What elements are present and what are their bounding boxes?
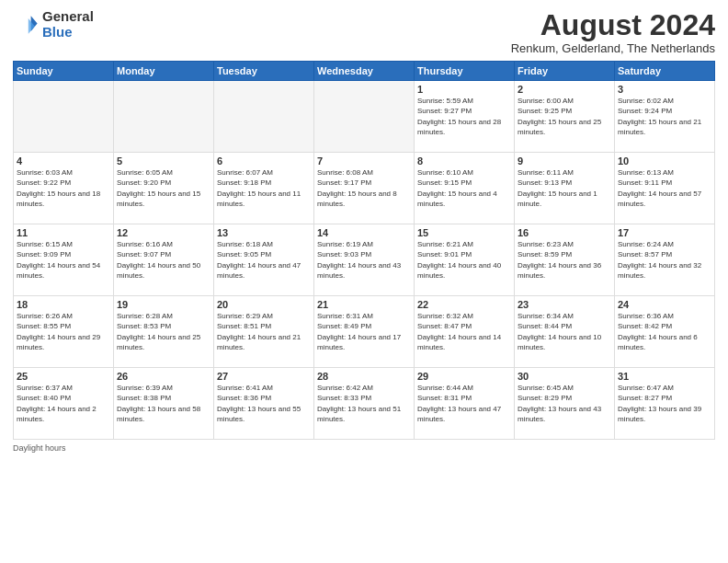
calendar-cell: 13Sunrise: 6:18 AMSunset: 9:05 PMDayligh… — [214, 224, 314, 296]
day-number: 8 — [417, 155, 511, 167]
calendar-cell: 7Sunrise: 6:08 AMSunset: 9:17 PMDaylight… — [314, 153, 415, 224]
day-number: 19 — [117, 299, 210, 310]
day-info: Sunrise: 6:37 AMSunset: 8:40 PMDaylight:… — [17, 384, 97, 423]
col-sunday: Sunday — [14, 62, 114, 81]
logo-blue-text: Blue — [42, 25, 94, 40]
day-number: 4 — [17, 155, 110, 167]
day-number: 16 — [518, 227, 611, 238]
day-number: 13 — [217, 227, 311, 238]
day-number: 2 — [518, 84, 611, 95]
day-info: Sunrise: 5:59 AMSunset: 9:27 PMDaylight:… — [417, 97, 501, 136]
logo-icon — [13, 12, 39, 38]
day-number: 10 — [618, 155, 711, 167]
calendar-cell: 27Sunrise: 6:41 AMSunset: 8:36 PMDayligh… — [214, 368, 314, 440]
logo-text: General Blue — [42, 9, 94, 40]
day-number: 23 — [518, 299, 611, 310]
col-wednesday: Wednesday — [314, 62, 415, 81]
calendar-cell: 12Sunrise: 6:16 AMSunset: 9:07 PMDayligh… — [114, 224, 214, 296]
calendar-cell: 31Sunrise: 6:47 AMSunset: 8:27 PMDayligh… — [615, 368, 715, 440]
day-number: 5 — [117, 155, 210, 167]
calendar-cell: 9Sunrise: 6:11 AMSunset: 9:13 PMDaylight… — [515, 153, 615, 224]
day-number: 9 — [518, 155, 611, 167]
calendar-cell: 23Sunrise: 6:34 AMSunset: 8:44 PMDayligh… — [515, 296, 615, 368]
col-saturday: Saturday — [615, 62, 715, 81]
logo-general-text: General — [42, 9, 94, 25]
day-number: 3 — [618, 84, 711, 95]
day-info: Sunrise: 6:34 AMSunset: 8:44 PMDaylight:… — [518, 312, 601, 351]
calendar-cell: 15Sunrise: 6:21 AMSunset: 9:01 PMDayligh… — [415, 224, 515, 296]
calendar-cell: 22Sunrise: 6:32 AMSunset: 8:47 PMDayligh… — [415, 296, 515, 368]
col-thursday: Thursday — [415, 62, 515, 81]
calendar-cell: 25Sunrise: 6:37 AMSunset: 8:40 PMDayligh… — [14, 368, 114, 440]
day-info: Sunrise: 6:00 AMSunset: 9:25 PMDaylight:… — [518, 97, 601, 136]
day-number: 12 — [117, 227, 210, 238]
calendar-cell: 24Sunrise: 6:36 AMSunset: 8:42 PMDayligh… — [615, 296, 715, 368]
calendar-cell: 1Sunrise: 5:59 AMSunset: 9:27 PMDaylight… — [415, 81, 515, 153]
calendar-week-5: 25Sunrise: 6:37 AMSunset: 8:40 PMDayligh… — [14, 368, 715, 440]
day-info: Sunrise: 6:44 AMSunset: 8:31 PMDaylight:… — [417, 384, 501, 423]
day-info: Sunrise: 6:10 AMSunset: 9:15 PMDaylight:… — [417, 168, 497, 208]
calendar-cell — [114, 81, 214, 153]
day-info: Sunrise: 6:39 AMSunset: 8:38 PMDaylight:… — [117, 384, 200, 423]
subtitle: Renkum, Gelderland, The Netherlands — [511, 41, 715, 55]
day-info: Sunrise: 6:08 AMSunset: 9:17 PMDaylight:… — [317, 168, 397, 208]
calendar-cell: 4Sunrise: 6:03 AMSunset: 9:22 PMDaylight… — [14, 153, 114, 224]
day-info: Sunrise: 6:28 AMSunset: 8:53 PMDaylight:… — [117, 312, 200, 351]
month-title: August 2024 — [511, 9, 715, 41]
day-number: 7 — [317, 155, 411, 167]
calendar-week-1: 1Sunrise: 5:59 AMSunset: 9:27 PMDaylight… — [14, 81, 715, 153]
day-number: 11 — [17, 227, 110, 238]
calendar-cell — [14, 81, 114, 153]
calendar-cell: 29Sunrise: 6:44 AMSunset: 8:31 PMDayligh… — [415, 368, 515, 440]
day-info: Sunrise: 6:03 AMSunset: 9:22 PMDaylight:… — [17, 168, 100, 208]
day-info: Sunrise: 6:18 AMSunset: 9:05 PMDaylight:… — [217, 240, 301, 280]
header: General Blue August 2024 Renkum, Gelderl… — [13, 9, 715, 55]
day-number: 15 — [417, 227, 511, 238]
calendar-cell: 20Sunrise: 6:29 AMSunset: 8:51 PMDayligh… — [214, 296, 314, 368]
calendar-week-4: 18Sunrise: 6:26 AMSunset: 8:55 PMDayligh… — [14, 296, 715, 368]
calendar-cell: 16Sunrise: 6:23 AMSunset: 8:59 PMDayligh… — [515, 224, 615, 296]
calendar-cell: 18Sunrise: 6:26 AMSunset: 8:55 PMDayligh… — [14, 296, 114, 368]
calendar-cell: 5Sunrise: 6:05 AMSunset: 9:20 PMDaylight… — [114, 153, 214, 224]
calendar-cell: 26Sunrise: 6:39 AMSunset: 8:38 PMDayligh… — [114, 368, 214, 440]
calendar-cell — [214, 81, 314, 153]
calendar-week-3: 11Sunrise: 6:15 AMSunset: 9:09 PMDayligh… — [14, 224, 715, 296]
day-info: Sunrise: 6:41 AMSunset: 8:36 PMDaylight:… — [217, 384, 301, 423]
calendar-cell: 2Sunrise: 6:00 AMSunset: 9:25 PMDaylight… — [515, 81, 615, 153]
day-info: Sunrise: 6:47 AMSunset: 8:27 PMDaylight:… — [618, 384, 701, 423]
col-tuesday: Tuesday — [214, 62, 314, 81]
day-info: Sunrise: 6:24 AMSunset: 8:57 PMDaylight:… — [618, 240, 701, 280]
calendar-cell: 17Sunrise: 6:24 AMSunset: 8:57 PMDayligh… — [615, 224, 715, 296]
logo: General Blue — [13, 9, 94, 40]
calendar-cell: 30Sunrise: 6:45 AMSunset: 8:29 PMDayligh… — [515, 368, 615, 440]
calendar-cell: 14Sunrise: 6:19 AMSunset: 9:03 PMDayligh… — [314, 224, 415, 296]
day-number: 31 — [618, 371, 711, 382]
day-info: Sunrise: 6:16 AMSunset: 9:07 PMDaylight:… — [117, 240, 200, 280]
daylight-label: Daylight hours — [13, 443, 66, 453]
day-number: 28 — [317, 371, 411, 382]
day-number: 18 — [17, 299, 110, 310]
footer-note: Daylight hours — [13, 443, 715, 453]
calendar-cell — [314, 81, 415, 153]
day-number: 22 — [417, 299, 511, 310]
page: General Blue August 2024 Renkum, Gelderl… — [0, 0, 728, 563]
calendar-cell: 6Sunrise: 6:07 AMSunset: 9:18 PMDaylight… — [214, 153, 314, 224]
day-info: Sunrise: 6:36 AMSunset: 8:42 PMDaylight:… — [618, 312, 698, 351]
day-number: 6 — [217, 155, 311, 167]
day-info: Sunrise: 6:21 AMSunset: 9:01 PMDaylight:… — [417, 240, 501, 280]
day-number: 14 — [317, 227, 411, 238]
day-number: 25 — [17, 371, 110, 382]
calendar-cell: 19Sunrise: 6:28 AMSunset: 8:53 PMDayligh… — [114, 296, 214, 368]
day-info: Sunrise: 6:32 AMSunset: 8:47 PMDaylight:… — [417, 312, 501, 351]
day-number: 21 — [317, 299, 411, 310]
day-info: Sunrise: 6:02 AMSunset: 9:24 PMDaylight:… — [618, 97, 701, 136]
day-info: Sunrise: 6:05 AMSunset: 9:20 PMDaylight:… — [117, 168, 200, 208]
day-number: 26 — [117, 371, 210, 382]
calendar-cell: 10Sunrise: 6:13 AMSunset: 9:11 PMDayligh… — [615, 153, 715, 224]
day-number: 20 — [217, 299, 311, 310]
day-info: Sunrise: 6:13 AMSunset: 9:11 PMDaylight:… — [618, 168, 701, 208]
day-info: Sunrise: 6:15 AMSunset: 9:09 PMDaylight:… — [17, 240, 100, 280]
day-number: 27 — [217, 371, 311, 382]
calendar-cell: 11Sunrise: 6:15 AMSunset: 9:09 PMDayligh… — [14, 224, 114, 296]
calendar-table: Sunday Monday Tuesday Wednesday Thursday… — [13, 61, 715, 440]
